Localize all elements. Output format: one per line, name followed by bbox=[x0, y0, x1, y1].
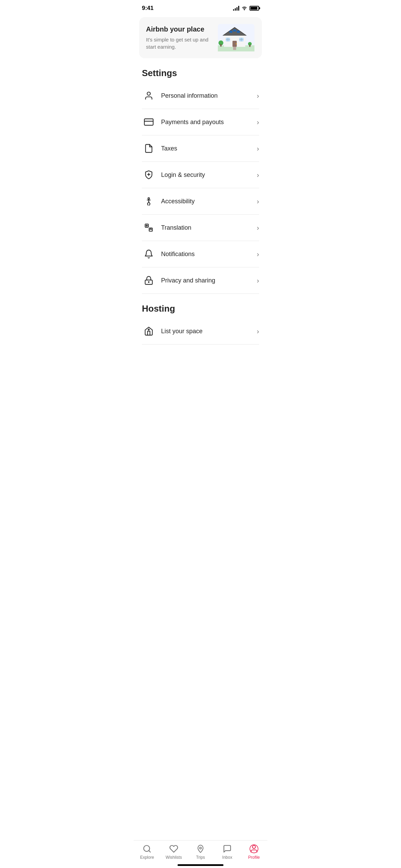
chevron-right-icon: › bbox=[257, 277, 259, 285]
settings-menu-list: Personal information › Payments and payo… bbox=[134, 83, 267, 294]
chevron-right-icon: › bbox=[257, 118, 259, 126]
hero-card[interactable]: Airbnb your place It's simple to get set… bbox=[139, 17, 262, 58]
settings-section: Settings bbox=[134, 58, 267, 83]
hosting-title: Hosting bbox=[142, 303, 259, 314]
chevron-right-icon: › bbox=[257, 327, 259, 335]
svg-rect-23 bbox=[144, 119, 153, 125]
menu-item-personal-info[interactable]: Personal information › bbox=[142, 83, 259, 109]
svg-rect-21 bbox=[233, 47, 236, 50]
chevron-right-icon: › bbox=[257, 92, 259, 100]
menu-item-payments[interactable]: Payments and payouts › bbox=[142, 109, 259, 135]
accessibility-icon bbox=[142, 194, 156, 208]
menu-label-login-security: Login & security bbox=[161, 171, 257, 179]
wifi-icon bbox=[241, 6, 247, 11]
menu-item-translation[interactable]: Translation › bbox=[142, 215, 259, 241]
svg-point-0 bbox=[244, 10, 244, 10]
hero-card-text: Airbnb your place It's simple to get set… bbox=[146, 25, 217, 50]
svg-point-7 bbox=[236, 43, 237, 44]
settings-title: Settings bbox=[142, 68, 259, 79]
svg-point-31 bbox=[148, 282, 149, 282]
menu-label-notifications: Notifications bbox=[161, 251, 257, 258]
hero-title: Airbnb your place bbox=[146, 25, 217, 33]
menu-item-taxes[interactable]: Taxes › bbox=[142, 135, 259, 162]
svg-point-22 bbox=[147, 92, 150, 95]
hero-subtitle: It's simple to get set up and start earn… bbox=[146, 36, 217, 50]
svg-rect-14 bbox=[229, 31, 232, 33]
card-icon bbox=[142, 115, 156, 129]
chevron-right-icon: › bbox=[257, 171, 259, 179]
svg-rect-18 bbox=[220, 44, 222, 47]
hosting-menu-list: List your space › bbox=[134, 318, 267, 345]
menu-label-list-space: List your space bbox=[161, 328, 257, 335]
chevron-right-icon: › bbox=[257, 145, 259, 153]
signal-bars-icon bbox=[233, 6, 239, 11]
svg-rect-15 bbox=[233, 29, 236, 32]
menu-label-translation: Translation bbox=[161, 224, 257, 231]
hosting-section: Hosting bbox=[134, 294, 267, 318]
menu-label-accessibility: Accessibility bbox=[161, 198, 257, 205]
chevron-right-icon: › bbox=[257, 197, 259, 205]
bell-icon bbox=[142, 247, 156, 261]
menu-label-payments: Payments and payouts bbox=[161, 119, 257, 126]
person-icon bbox=[142, 89, 156, 103]
menu-label-privacy: Privacy and sharing bbox=[161, 277, 257, 284]
battery-icon bbox=[250, 6, 259, 11]
svg-rect-16 bbox=[237, 31, 240, 33]
status-bar: 9:41 bbox=[134, 0, 267, 14]
translation-icon bbox=[142, 221, 156, 234]
menu-item-accessibility[interactable]: Accessibility › bbox=[142, 188, 259, 215]
lock-icon bbox=[142, 274, 156, 287]
menu-item-login-security[interactable]: Login & security › bbox=[142, 162, 259, 188]
status-time: 9:41 bbox=[142, 5, 154, 12]
menu-label-taxes: Taxes bbox=[161, 145, 257, 152]
status-icons bbox=[233, 6, 259, 11]
shield-icon bbox=[142, 168, 156, 182]
chevron-right-icon: › bbox=[257, 250, 259, 258]
menu-item-privacy[interactable]: Privacy and sharing › bbox=[142, 267, 259, 294]
menu-item-notifications[interactable]: Notifications › bbox=[142, 241, 259, 267]
menu-item-list-space[interactable]: List your space › bbox=[142, 318, 259, 345]
document-icon bbox=[142, 142, 156, 155]
home-plus-icon bbox=[142, 324, 156, 338]
menu-label-personal-info: Personal information bbox=[161, 92, 257, 99]
svg-rect-20 bbox=[249, 45, 251, 47]
house-illustration bbox=[217, 24, 255, 51]
chevron-right-icon: › bbox=[257, 224, 259, 232]
